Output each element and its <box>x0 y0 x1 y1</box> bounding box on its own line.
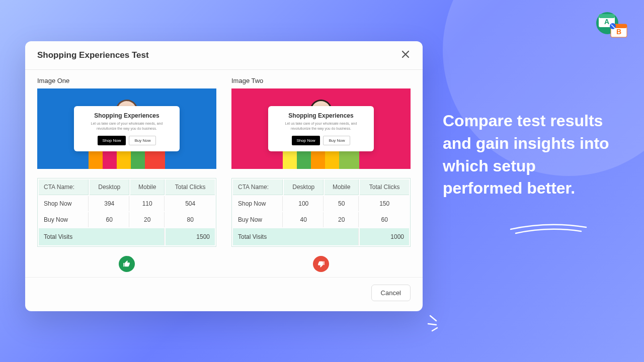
variant-a-label: Image One <box>37 77 216 84</box>
variant-a-results-table: CTA Name: Desktop Mobile Total Clicks Sh… <box>37 178 216 247</box>
col-cta: CTA Name: <box>39 179 89 195</box>
hero-card: Shopping Experiences Let us take care of… <box>74 106 180 151</box>
accent-lines-icon <box>425 312 450 337</box>
modal-title: Shopping Experiences Test <box>37 50 149 60</box>
hero-card-title: Shopping Experiences <box>84 112 170 119</box>
modal-body: Image One Shopping Experiences Let us ta… <box>25 70 423 277</box>
variant-b-label: Image Two <box>231 77 411 84</box>
variant-a-verdict <box>37 256 216 272</box>
variant-a-hero: Shopping Experiences Let us take care of… <box>37 88 216 169</box>
col-total: Total Clicks <box>166 179 215 195</box>
svg-text:B: B <box>616 28 621 36</box>
hero-card-subtitle: Let us take care of your wholesale needs… <box>84 121 170 130</box>
col-mobile: Mobile <box>130 179 165 195</box>
table-row: Buy Now 60 20 80 <box>39 212 215 227</box>
table-row: Shop Now 394 110 504 <box>39 196 215 211</box>
modal-header: Shopping Experiences Test <box>25 41 423 70</box>
close-button[interactable] <box>400 49 411 61</box>
ab-test-logo-icon: A B <box>595 9 630 41</box>
results-modal: Shopping Experiences Test Image One <box>25 41 423 311</box>
svg-text:A: A <box>604 18 609 26</box>
col-mobile: Mobile <box>325 179 359 195</box>
buy-now-button[interactable]: Buy Now <box>323 136 350 145</box>
variant-b-hero: Shopping Experiences Let us take care of… <box>231 88 411 169</box>
col-total: Total Clicks <box>360 179 409 195</box>
thumbs-up-icon <box>119 256 135 272</box>
cancel-button[interactable]: Cancel <box>371 285 411 301</box>
modal-footer: Cancel <box>25 277 423 311</box>
hero-card-subtitle: Let us take care of your wholesale needs… <box>278 121 364 130</box>
variant-b-verdict <box>231 256 411 272</box>
close-icon <box>400 48 411 62</box>
col-desktop: Desktop <box>284 179 324 195</box>
hero-card: Shopping Experiences Let us take care of… <box>268 106 374 151</box>
table-row: Buy Now 40 20 60 <box>233 212 409 227</box>
thumbs-down-icon <box>313 256 329 272</box>
total-visits-row: Total Visits 1000 <box>233 228 409 245</box>
table-row: Shop Now 100 50 150 <box>233 196 409 211</box>
col-desktop: Desktop <box>90 179 129 195</box>
variant-b-results-table: CTA Name: Desktop Mobile Total Clicks Sh… <box>231 178 411 247</box>
marketing-headline: Compare test results and gain insights i… <box>443 110 614 200</box>
shop-now-button[interactable]: Shop Now <box>98 136 126 145</box>
total-visits-row: Total Visits 1500 <box>39 228 215 245</box>
variant-a: Image One Shopping Experiences Let us ta… <box>37 77 216 272</box>
buy-now-button[interactable]: Buy Now <box>129 136 156 145</box>
hero-card-title: Shopping Experiences <box>278 112 364 119</box>
shop-now-button[interactable]: Shop Now <box>292 136 320 145</box>
underline-swoosh-icon <box>508 220 589 235</box>
col-cta: CTA Name: <box>233 179 283 195</box>
variant-b: Image Two Shopping Experiences Let us ta… <box>231 77 411 272</box>
